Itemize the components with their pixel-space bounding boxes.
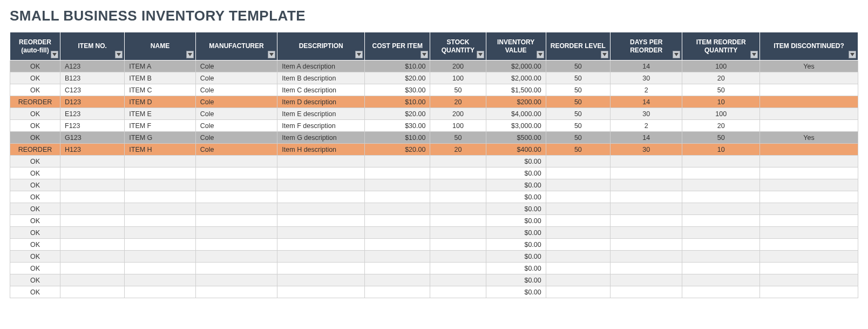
cell[interactable]: $0.00 xyxy=(486,156,546,167)
cell[interactable] xyxy=(430,274,486,286)
cell[interactable]: 10 xyxy=(682,96,760,108)
cell[interactable] xyxy=(760,156,858,167)
cell[interactable] xyxy=(277,274,365,286)
cell[interactable] xyxy=(277,251,365,263)
cell[interactable] xyxy=(195,274,277,286)
cell[interactable]: OK xyxy=(10,251,60,263)
cell[interactable]: Cole xyxy=(195,144,277,156)
cell[interactable]: Item E description xyxy=(277,108,365,120)
cell[interactable] xyxy=(365,191,430,203)
cell[interactable] xyxy=(430,227,486,239)
cell[interactable]: $10.00 xyxy=(365,61,430,72)
cell[interactable] xyxy=(760,120,858,132)
cell[interactable] xyxy=(546,215,610,227)
cell[interactable] xyxy=(611,227,682,239)
cell[interactable] xyxy=(277,179,365,191)
cell[interactable]: OK xyxy=(10,72,60,84)
cell[interactable] xyxy=(611,274,682,286)
cell[interactable] xyxy=(277,263,365,274)
cell[interactable]: Item G description xyxy=(277,132,365,144)
cell[interactable] xyxy=(125,263,195,274)
cell[interactable]: 50 xyxy=(546,72,610,84)
cell[interactable] xyxy=(365,179,430,191)
cell[interactable]: 20 xyxy=(682,120,760,132)
cell[interactable]: ITEM A xyxy=(125,61,195,72)
cell[interactable] xyxy=(365,286,430,298)
cell[interactable]: Item H description xyxy=(277,144,365,156)
cell[interactable]: ITEM B xyxy=(125,72,195,84)
cell[interactable]: Cole xyxy=(195,96,277,108)
cell[interactable] xyxy=(125,179,195,191)
cell[interactable]: OK xyxy=(10,215,60,227)
cell[interactable]: Item B description xyxy=(277,72,365,84)
cell[interactable]: $2,000.00 xyxy=(486,72,546,84)
cell[interactable] xyxy=(611,286,682,298)
filter-dropdown-icon[interactable] xyxy=(477,51,484,58)
cell[interactable] xyxy=(365,274,430,286)
cell[interactable] xyxy=(195,286,277,298)
cell[interactable]: OK xyxy=(10,263,60,274)
cell[interactable] xyxy=(760,108,858,120)
cell[interactable] xyxy=(760,274,858,286)
cell[interactable]: $0.00 xyxy=(486,274,546,286)
filter-dropdown-icon[interactable] xyxy=(673,51,680,58)
cell[interactable]: E123 xyxy=(60,108,125,120)
cell[interactable] xyxy=(365,167,430,179)
cell[interactable] xyxy=(195,215,277,227)
cell[interactable] xyxy=(760,179,858,191)
cell[interactable] xyxy=(430,156,486,167)
cell[interactable] xyxy=(365,203,430,215)
cell[interactable]: ITEM E xyxy=(125,108,195,120)
filter-dropdown-icon[interactable] xyxy=(115,51,123,58)
cell[interactable] xyxy=(611,167,682,179)
cell[interactable]: ITEM D xyxy=(125,96,195,108)
cell[interactable]: $20.00 xyxy=(365,72,430,84)
cell[interactable]: ITEM H xyxy=(125,144,195,156)
column-header[interactable]: REORDER LEVEL xyxy=(546,32,610,61)
cell[interactable] xyxy=(430,191,486,203)
cell[interactable] xyxy=(682,156,760,167)
cell[interactable] xyxy=(760,215,858,227)
cell[interactable] xyxy=(125,203,195,215)
cell[interactable] xyxy=(611,215,682,227)
cell[interactable]: 100 xyxy=(682,108,760,120)
cell[interactable] xyxy=(125,227,195,239)
cell[interactable]: 20 xyxy=(682,72,760,84)
cell[interactable]: 30 xyxy=(611,144,682,156)
cell[interactable] xyxy=(546,274,610,286)
cell[interactable] xyxy=(125,215,195,227)
cell[interactable]: 14 xyxy=(611,132,682,144)
cell[interactable]: 100 xyxy=(430,72,486,84)
filter-dropdown-icon[interactable] xyxy=(355,51,363,58)
cell[interactable]: $0.00 xyxy=(486,286,546,298)
cell[interactable] xyxy=(125,251,195,263)
cell[interactable] xyxy=(125,191,195,203)
cell[interactable]: REORDER xyxy=(10,96,60,108)
column-header[interactable]: NAME xyxy=(125,32,195,61)
cell[interactable]: 50 xyxy=(682,132,760,144)
cell[interactable] xyxy=(277,286,365,298)
cell[interactable]: 50 xyxy=(430,132,486,144)
cell[interactable]: Yes xyxy=(760,61,858,72)
cell[interactable]: 100 xyxy=(682,61,760,72)
cell[interactable] xyxy=(760,263,858,274)
filter-dropdown-icon[interactable] xyxy=(849,51,856,58)
cell[interactable]: $20.00 xyxy=(365,144,430,156)
cell[interactable]: ITEM F xyxy=(125,120,195,132)
cell[interactable] xyxy=(430,251,486,263)
cell[interactable]: D123 xyxy=(60,96,125,108)
cell[interactable]: OK xyxy=(10,286,60,298)
cell[interactable]: Item C description xyxy=(277,84,365,96)
cell[interactable]: $30.00 xyxy=(365,84,430,96)
cell[interactable] xyxy=(195,263,277,274)
cell[interactable] xyxy=(277,203,365,215)
cell[interactable]: ITEM C xyxy=(125,84,195,96)
column-header[interactable]: COST PER ITEM xyxy=(365,32,430,61)
cell[interactable] xyxy=(430,239,486,251)
cell[interactable]: B123 xyxy=(60,72,125,84)
cell[interactable]: OK xyxy=(10,274,60,286)
cell[interactable]: $0.00 xyxy=(486,239,546,251)
cell[interactable]: Item F description xyxy=(277,120,365,132)
cell[interactable]: $4,000.00 xyxy=(486,108,546,120)
cell[interactable]: 50 xyxy=(546,120,610,132)
